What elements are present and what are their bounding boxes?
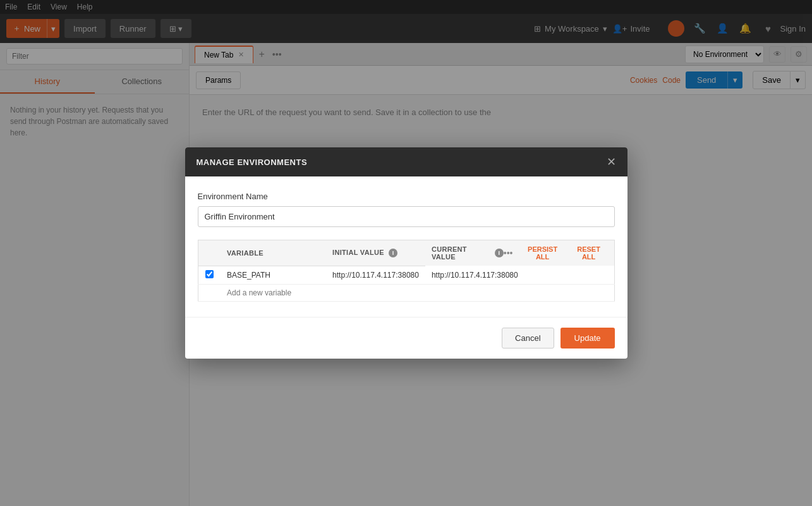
col-variable-header: VARIABLE — [221, 240, 326, 266]
add-row-current-cell — [425, 284, 614, 301]
variables-table: VARIABLE INITIAL VALUE i CURRENT VALUE i — [198, 240, 615, 302]
table-add-row — [198, 284, 614, 301]
reset-all-button[interactable]: Reset All — [570, 245, 608, 261]
update-button[interactable]: Update — [561, 328, 615, 349]
col-checkbox — [198, 240, 221, 266]
row1-variable-cell: BASE_PATH — [221, 266, 326, 284]
row1-checkbox-cell — [198, 266, 221, 284]
modal-overlay: MANAGE ENVIRONMENTS ✕ Environment Name V… — [0, 0, 812, 506]
env-name-input[interactable] — [198, 206, 615, 227]
modal-footer: Cancel Update — [185, 317, 627, 359]
row1-current-cell: http://10.117.4.117:38080 — [425, 266, 614, 284]
col-actions-dots[interactable]: ••• — [504, 248, 513, 258]
env-name-label: Environment Name — [198, 192, 615, 201]
col-current-label: CURRENT VALUE — [432, 245, 492, 261]
row1-checkbox[interactable] — [205, 270, 214, 278]
persist-all-button[interactable]: Persist All — [521, 245, 565, 261]
add-variable-input[interactable] — [227, 288, 320, 297]
add-row-checkbox-cell — [198, 284, 221, 301]
add-row-var-cell — [221, 284, 326, 301]
modal-close-button[interactable]: ✕ — [607, 156, 616, 168]
current-info-icon[interactable]: i — [495, 249, 504, 257]
modal-title: MANAGE ENVIRONMENTS — [197, 157, 308, 167]
col-current-header: CURRENT VALUE i ••• Persist All Reset Al… — [425, 240, 614, 266]
initial-info-icon[interactable]: i — [389, 249, 397, 257]
manage-environments-modal: MANAGE ENVIRONMENTS ✕ Environment Name V… — [185, 147, 627, 359]
col-initial-header: INITIAL VALUE i — [326, 240, 425, 266]
add-row-initial-cell — [326, 284, 425, 301]
row1-initial-cell: http://10.117.4.117:38080 — [326, 266, 425, 284]
cancel-button[interactable]: Cancel — [502, 328, 554, 349]
table-row: BASE_PATH http://10.117.4.117:38080 http… — [198, 266, 614, 284]
modal-body: Environment Name VARIABLE INITIAL VALUE … — [185, 176, 627, 317]
modal-header: MANAGE ENVIRONMENTS ✕ — [185, 147, 627, 176]
table-header-row: VARIABLE INITIAL VALUE i CURRENT VALUE i — [198, 240, 614, 266]
col-initial-label: INITIAL VALUE — [332, 249, 384, 256]
